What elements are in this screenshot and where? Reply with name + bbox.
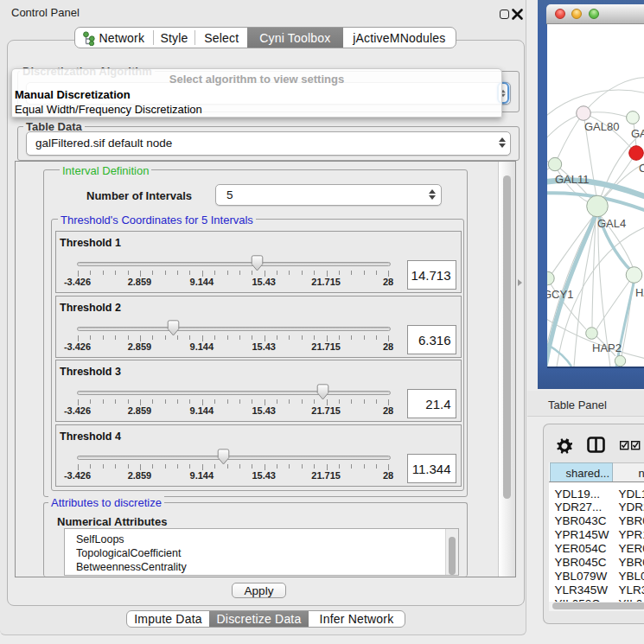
svg-text:HAP2: HAP2 xyxy=(592,341,622,354)
svg-text:GA: GA xyxy=(631,127,644,140)
svg-text:C: C xyxy=(639,162,644,175)
svg-text:HA: HA xyxy=(635,286,644,299)
svg-text:GAL4: GAL4 xyxy=(597,217,626,230)
svg-text:GCY1: GCY1 xyxy=(547,288,573,301)
svg-text:GAL80: GAL80 xyxy=(584,120,619,133)
svg-text:GAL11: GAL11 xyxy=(555,173,590,186)
